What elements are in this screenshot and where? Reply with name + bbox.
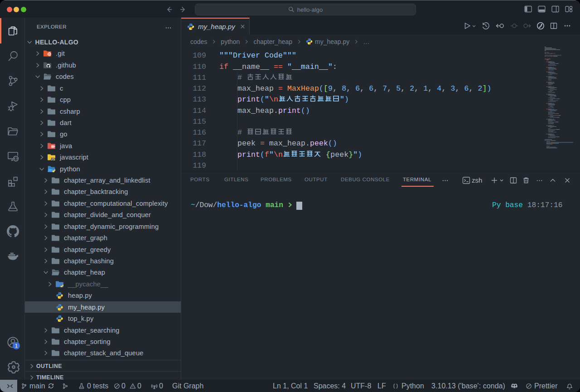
svg-text:JS: JS: [51, 157, 55, 161]
